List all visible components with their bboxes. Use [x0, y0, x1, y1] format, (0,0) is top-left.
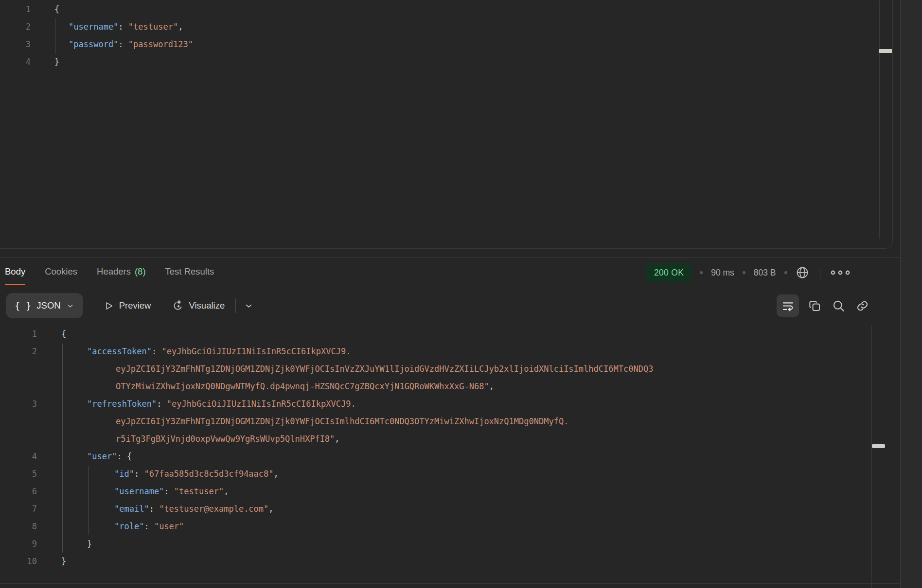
line-number: 10	[0, 553, 37, 570]
indent-guide	[62, 344, 63, 553]
code-line: 9}	[0, 535, 900, 553]
line-number: 2	[0, 343, 37, 360]
request-body-editor: 1{2"username": "testuser",3"password": "…	[0, 0, 893, 249]
preview-button[interactable]: Preview	[104, 300, 151, 311]
indent-guide	[55, 18, 55, 54]
app-root: 1{2"username": "testuser",3"password": "…	[0, 0, 922, 588]
right-gutter	[900, 0, 922, 588]
code-text: }	[54, 53, 59, 70]
code-line: eyJpZCI6IjY3ZmFhNTg1ZDNjOGM1ZDNjZjk0YWFj…	[0, 360, 900, 378]
line-number	[0, 360, 37, 378]
code-text: "email": "testuser@example.com",	[61, 500, 274, 518]
line-number: 1	[0, 0, 31, 18]
line-number: 8	[0, 518, 37, 535]
code-line: OTYzMiwiZXhwIjoxNzQ0NDgwNTMyfQ.dp4pwnqj-…	[0, 378, 900, 395]
preview-label: Preview	[119, 300, 151, 311]
line-number: 2	[0, 18, 31, 35]
code-line: r5iTg3FgBXjVnjd0oxpVwwQw9YgRsWUvp5QlnHXP…	[0, 430, 900, 448]
response-pane: BodyCookiesHeaders(8)Test Results 200 OK…	[0, 257, 900, 588]
code-line: 2"username": "testuser",	[0, 18, 892, 35]
copy-icon[interactable]	[806, 297, 823, 314]
code-line: 2"accessToken": "eyJhbGciOiJIUzI1NiIsInR…	[0, 343, 900, 360]
sparkle-icon	[171, 300, 183, 312]
chevron-down-icon[interactable]	[244, 301, 253, 311]
response-size: 803 B	[754, 268, 776, 278]
code-line: 10}	[0, 553, 900, 570]
code-text: "username": "testuser",	[54, 18, 183, 35]
code-text: "username": "testuser",	[61, 483, 229, 500]
code-text: }	[61, 535, 92, 553]
play-icon	[104, 301, 114, 311]
scrollbar-thumb[interactable]	[872, 444, 885, 448]
code-line: 8"role": "user"	[0, 518, 900, 535]
format-label: JSON	[36, 300, 60, 311]
request-editor-content: 1{2"username": "testuser",3"password": "…	[0, 0, 892, 248]
line-number: 9	[0, 535, 37, 553]
code-text: "id": "67faa585d3c8c5d3cf94aac8",	[61, 465, 279, 483]
format-select[interactable]: { } JSON	[6, 293, 83, 318]
code-line: eyJpZCI6IjY3ZmFhNTg1ZDNjOGM1ZDNjZjk0YWFj…	[0, 413, 900, 430]
code-text: "role": "user"	[61, 518, 184, 535]
line-number	[0, 430, 37, 448]
separator-dot	[700, 271, 703, 274]
code-line: 4"user": {	[0, 448, 900, 465]
viewer-actions	[777, 292, 870, 319]
tab-count-badge: (8)	[135, 266, 146, 277]
tab-body[interactable]: Body	[5, 258, 25, 285]
indent-guide	[88, 466, 89, 535]
code-text: "password": "password123"	[54, 35, 193, 53]
chevron-down-icon	[66, 302, 74, 310]
code-line: 1{	[0, 0, 892, 18]
tab-label: Test Results	[165, 266, 214, 277]
code-line: 4}	[0, 53, 892, 70]
code-text: "refreshToken": "eyJhbGciOiJIUzI1NiIsInR…	[61, 395, 356, 413]
code-line: 3"refreshToken": "eyJhbGciOiJIUzI1NiIsIn…	[0, 395, 900, 413]
response-code-lines: 1{2"accessToken": "eyJhbGciOiJIUzI1NiIsI…	[0, 325, 900, 570]
line-number	[0, 413, 37, 430]
code-line: 7"email": "testuser@example.com",	[0, 500, 900, 518]
line-number: 1	[0, 325, 37, 343]
line-number: 3	[0, 395, 37, 413]
code-text: {	[61, 325, 66, 343]
separator-dot	[743, 271, 745, 274]
separator-dot	[784, 271, 787, 274]
code-text: }	[61, 553, 66, 570]
tab-headers[interactable]: Headers(8)	[97, 258, 146, 285]
status-badge: 200 OK	[646, 263, 692, 282]
tab-label: Cookies	[45, 266, 77, 277]
link-icon[interactable]	[854, 297, 870, 314]
word-wrap-icon[interactable]	[777, 294, 799, 317]
scrollbar-thumb[interactable]	[879, 49, 892, 53]
code-line: 1{	[0, 325, 900, 343]
globe-icon[interactable]	[796, 266, 809, 279]
divider	[820, 267, 820, 279]
line-number: 4	[0, 53, 31, 70]
response-body-viewer: 1{2"accessToken": "eyJhbGciOiJIUzI1NiIsI…	[0, 325, 900, 588]
code-line: 3"password": "password123"	[0, 35, 892, 53]
more-options-icon[interactable]	[830, 268, 851, 277]
code-text: "user": {	[61, 448, 132, 465]
scrollbar-track	[879, 0, 880, 239]
line-number: 5	[0, 465, 37, 483]
tab-cookies[interactable]: Cookies	[45, 258, 77, 285]
response-tabs: BodyCookiesHeaders(8)Test Results	[5, 258, 214, 285]
code-text: "accessToken": "eyJhbGciOiJIUzI1NiIsInR5…	[61, 343, 351, 360]
code-line: 5"id": "67faa585d3c8c5d3cf94aac8",	[0, 465, 900, 483]
code-text: eyJpZCI6IjY3ZmFhNTg1ZDNjOGM1ZDNjZjk0YWFj…	[61, 413, 568, 430]
scrollbar-track	[871, 325, 872, 588]
tab-test-results[interactable]: Test Results	[165, 258, 214, 285]
request-code-lines: 1{2"username": "testuser",3"password": "…	[0, 0, 892, 70]
braces-icon: { }	[15, 300, 31, 311]
line-number: 3	[0, 35, 31, 53]
code-text: r5iTg3FgBXjVnjd0oxpVwwQw9YgRsWUvp5QlnHXP…	[61, 430, 340, 448]
tab-label: Body	[5, 266, 25, 277]
response-meta: 200 OK 90 ms 803 B	[646, 261, 851, 284]
code-text: OTYzMiwiZXhwIjoxNzQ0NDgwNTMyfQ.dp4pwnqj-…	[61, 378, 494, 395]
divider	[235, 298, 236, 313]
visualize-label: Visualize	[189, 300, 225, 311]
tab-label: Headers	[97, 266, 131, 277]
line-number	[0, 378, 37, 395]
search-icon[interactable]	[830, 297, 847, 314]
line-number: 7	[0, 500, 37, 518]
visualize-button[interactable]: Visualize	[171, 300, 225, 312]
